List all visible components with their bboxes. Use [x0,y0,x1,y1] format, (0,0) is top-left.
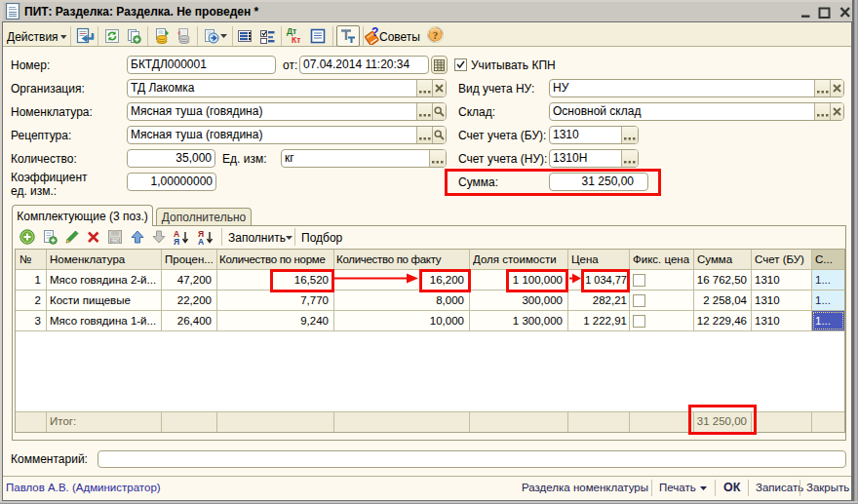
svg-text:А: А [198,237,204,246]
svg-text:Я: Я [174,237,179,246]
svg-text:ЕОК: ЕОК [110,239,120,244]
svg-text:?: ? [371,26,378,39]
svg-text:?: ? [433,29,439,41]
